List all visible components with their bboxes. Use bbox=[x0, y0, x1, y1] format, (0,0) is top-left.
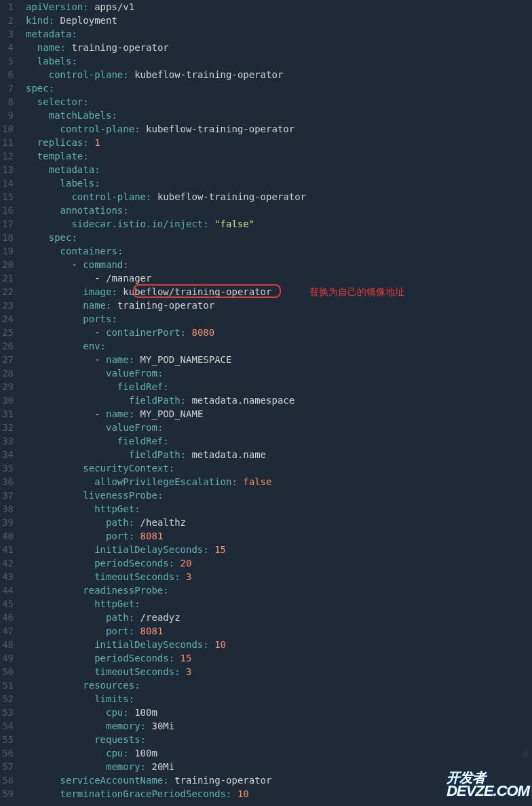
line-number: 30 bbox=[0, 394, 14, 407]
line-number: 27 bbox=[0, 353, 14, 366]
line-number: 54 bbox=[0, 719, 14, 733]
line-number: 37 bbox=[0, 488, 14, 502]
code-line: - name: MY_POD_NAME bbox=[26, 407, 532, 421]
code-area: apiVersion: apps/v1kind: Deploymentmetad… bbox=[22, 0, 532, 801]
line-number: 24 bbox=[0, 312, 14, 326]
line-number: 6 bbox=[0, 68, 14, 81]
line-number: 41 bbox=[0, 543, 14, 556]
code-line: name: training-operator bbox=[26, 41, 532, 54]
line-number: 20 bbox=[0, 258, 14, 271]
line-number: 8 bbox=[0, 95, 14, 109]
line-number: 57 bbox=[0, 760, 14, 773]
line-number: 2 bbox=[0, 14, 14, 27]
line-number: 49 bbox=[0, 651, 14, 665]
line-number: 35 bbox=[0, 461, 14, 475]
line-number: 11 bbox=[0, 136, 14, 149]
code-line: labels: bbox=[26, 176, 532, 190]
code-line: selector: bbox=[26, 95, 532, 109]
code-line: initialDelaySeconds: 10 bbox=[26, 638, 532, 651]
code-line: containers: bbox=[26, 244, 532, 258]
line-number: 34 bbox=[0, 448, 14, 461]
code-line: env: bbox=[26, 339, 532, 353]
code-line: fieldRef: bbox=[26, 434, 532, 448]
code-line: control-plane: kubeflow-training-operato… bbox=[26, 190, 532, 204]
line-number: 39 bbox=[0, 516, 14, 529]
line-number: 53 bbox=[0, 706, 14, 719]
line-number: 58 bbox=[0, 773, 14, 787]
line-number: 9 bbox=[0, 109, 14, 122]
line-number: 10 bbox=[0, 122, 14, 136]
code-line: periodSeconds: 15 bbox=[26, 651, 532, 665]
line-number: 19 bbox=[0, 244, 14, 258]
line-number: 7 bbox=[0, 81, 14, 95]
code-line: port: 8081 bbox=[26, 624, 532, 638]
line-number: 13 bbox=[0, 163, 14, 176]
code-line: - command: bbox=[26, 258, 532, 271]
code-line: ports: bbox=[26, 312, 532, 326]
watermark: @ bbox=[523, 748, 528, 761]
line-number: 51 bbox=[0, 678, 14, 692]
line-number: 23 bbox=[0, 299, 14, 312]
code-line: sidecar.istio.io/inject: "false" bbox=[26, 217, 532, 231]
code-line: livenessProbe: bbox=[26, 488, 532, 502]
line-number: 5 bbox=[0, 54, 14, 68]
code-line: valueFrom: bbox=[26, 366, 532, 380]
line-number: 14 bbox=[0, 176, 14, 190]
code-line: path: /healthz bbox=[26, 516, 532, 529]
line-number: 18 bbox=[0, 231, 14, 244]
code-line: httpGet: bbox=[26, 597, 532, 611]
code-line: path: /readyz bbox=[26, 611, 532, 624]
logo-en: DEVZE.COM bbox=[446, 782, 529, 799]
site-logo: 开发者 DEVZE.COM bbox=[446, 771, 529, 798]
line-number: 47 bbox=[0, 624, 14, 638]
code-editor: 1234567891011121314151617181920212223242… bbox=[0, 0, 532, 801]
code-line: fieldPath: metadata.namespace bbox=[26, 394, 532, 407]
line-number: 26 bbox=[0, 339, 14, 353]
code-line: control-plane: kubeflow-training-operato… bbox=[26, 122, 532, 136]
code-line: httpGet: bbox=[26, 502, 532, 516]
code-line: labels: bbox=[26, 54, 532, 68]
code-line: kind: Deployment bbox=[26, 14, 532, 27]
callout-annotation-text: 替换为自己的镜像地址 bbox=[309, 285, 404, 299]
line-number: 15 bbox=[0, 190, 14, 204]
code-line: - containerPort: 8080 bbox=[26, 326, 532, 339]
line-number: 1 bbox=[0, 0, 14, 14]
line-number: 56 bbox=[0, 746, 14, 760]
code-line: metadata: bbox=[26, 163, 532, 176]
code-line: memory: 30Mi bbox=[26, 719, 532, 733]
line-number: 45 bbox=[0, 597, 14, 611]
line-number: 3 bbox=[0, 27, 14, 41]
code-line: annotations: bbox=[26, 204, 532, 217]
line-number: 17 bbox=[0, 217, 14, 231]
line-number: 33 bbox=[0, 434, 14, 448]
code-line: requests: bbox=[26, 733, 532, 746]
code-line: metadata: bbox=[26, 27, 532, 41]
code-line: resources: bbox=[26, 678, 532, 692]
code-line: spec: bbox=[26, 81, 532, 95]
line-number: 44 bbox=[0, 583, 14, 597]
code-line: template: bbox=[26, 149, 532, 163]
line-number: 59 bbox=[0, 787, 14, 801]
line-number: 42 bbox=[0, 556, 14, 570]
line-number: 4 bbox=[0, 41, 14, 54]
line-number: 36 bbox=[0, 475, 14, 488]
line-number: 55 bbox=[0, 733, 14, 746]
code-line: spec: bbox=[26, 231, 532, 244]
code-line: fieldRef: bbox=[26, 380, 532, 394]
line-number-gutter: 1234567891011121314151617181920212223242… bbox=[0, 0, 22, 801]
code-line: port: 8081 bbox=[26, 529, 532, 543]
line-number: 46 bbox=[0, 611, 14, 624]
line-number: 32 bbox=[0, 421, 14, 434]
code-line: - /manager bbox=[26, 271, 532, 285]
line-number: 21 bbox=[0, 271, 14, 285]
code-line: valueFrom: bbox=[26, 421, 532, 434]
code-line: name: training-operator bbox=[26, 299, 532, 312]
code-line: image: kubeflow/training-operator替换为自己的镜… bbox=[26, 285, 532, 299]
code-line: - name: MY_POD_NAMESPACE bbox=[26, 353, 532, 366]
line-number: 29 bbox=[0, 380, 14, 394]
line-number: 22 bbox=[0, 285, 14, 299]
code-line: cpu: 100m@ bbox=[26, 746, 532, 760]
code-line: periodSeconds: 20 bbox=[26, 556, 532, 570]
line-number: 31 bbox=[0, 407, 14, 421]
line-number: 16 bbox=[0, 204, 14, 217]
